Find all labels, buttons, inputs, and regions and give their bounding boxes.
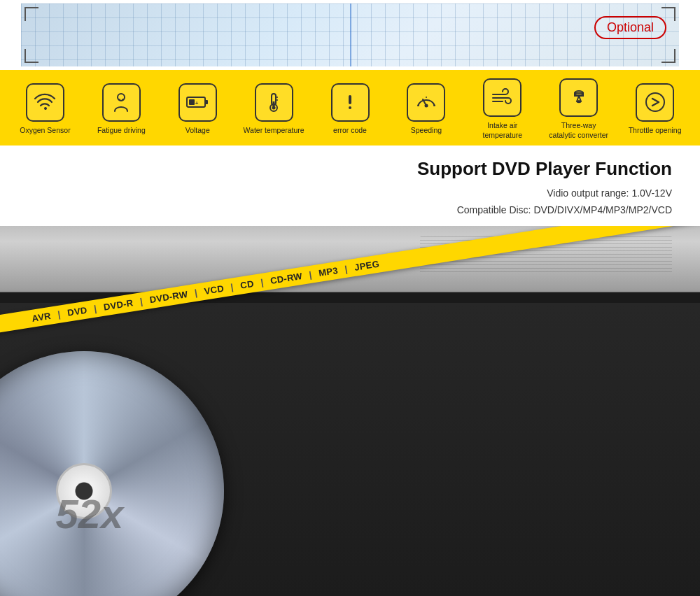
sep7: | (308, 269, 312, 280)
svg-point-8 (272, 106, 276, 110)
corner-bracket-bl (24, 49, 38, 63)
format-dvdrw: DVD-RW (149, 289, 189, 305)
sep2: | (93, 303, 97, 313)
icon-label-intake-air: Intake airtemperature (482, 121, 522, 140)
icon-label-throttle: Throttle opening (629, 126, 682, 136)
icon-label-error-code: error code (333, 126, 367, 136)
svg-rect-3 (189, 99, 195, 105)
icon-item-three-way: Three-waycatalytic converter (540, 78, 617, 140)
optional-badge: Optional (594, 16, 666, 39)
icon-box-water-temp (255, 83, 293, 122)
icon-item-fatigue: Fatigue driving (83, 83, 160, 136)
video-output-text: Vidio output range: 1.0V-12V (547, 187, 672, 199)
sep3: | (139, 296, 144, 306)
main-layout: Optional Oxygen Sensor (0, 0, 700, 596)
wind-icon (491, 86, 514, 110)
exclamation-icon (338, 90, 362, 114)
top-section: Optional (0, 0, 700, 70)
battery-icon: + (186, 90, 209, 114)
corner-bracket-tr (662, 7, 676, 21)
format-dvd: DVD (66, 304, 88, 318)
person-icon (109, 90, 133, 114)
sep5: | (230, 281, 234, 292)
format-cd: CD (239, 278, 254, 291)
svg-point-20 (578, 100, 580, 103)
format-cdrw: CD-RW (270, 271, 303, 286)
dvd-title: Support DVD Player Function (28, 158, 672, 180)
icon-label-voltage: Voltage (186, 126, 210, 136)
thermometer-icon (262, 90, 286, 114)
icon-box-voltage: + (178, 83, 217, 122)
icon-label-three-way: Three-waycatalytic converter (549, 121, 608, 140)
icon-item-water-temp: Water temperature (236, 83, 312, 136)
icon-item-throttle: Throttle opening (617, 83, 693, 136)
icon-box-intake-air (483, 78, 522, 117)
icon-label-water-temp: Water temperature (244, 126, 304, 136)
corner-bracket-br (662, 49, 676, 63)
icon-item-voltage: + Voltage (160, 83, 236, 136)
svg-point-21 (646, 93, 664, 111)
svg-text:+: + (195, 100, 199, 106)
format-dvdr: DVD-R (103, 297, 134, 312)
filter-icon (567, 86, 591, 110)
icon-bar: Oxygen Sensor Fatigue driving (0, 70, 700, 146)
icon-box-three-way (559, 78, 598, 117)
dvd-photo-area: AVR | DVD | DVD-R | DVD-RW | VCD | CD | … (0, 226, 700, 596)
icon-box-throttle (636, 83, 674, 122)
icon-bar-inner: Oxygen Sensor Fatigue driving (0, 70, 700, 146)
icon-box-speeding (407, 83, 445, 122)
format-vcd: VCD (204, 283, 225, 297)
compatible-disc-text: Compatible Disc: DVD/DIVX/MP4/MP3/MP2/VC… (457, 204, 672, 215)
format-avr: AVR (31, 311, 51, 324)
dvd-subtitle: Vidio output range: 1.0V-12V Compatible … (28, 185, 672, 219)
format-jpeg: JPEG (354, 258, 380, 272)
sep8: | (344, 264, 348, 274)
corner-bracket-tl (24, 7, 38, 21)
vertical-line (350, 3, 351, 66)
wifi-icon (33, 90, 57, 114)
throttle-icon (643, 90, 667, 114)
sep1: | (57, 308, 61, 319)
icon-box-fatigue (102, 83, 141, 122)
gauge-icon (414, 90, 438, 114)
icon-item-error-code: error code (312, 83, 388, 136)
format-mp3: MP3 (318, 265, 339, 278)
icon-label-oxygen: Oxygen Sensor (20, 126, 70, 136)
blueprint-background: Optional (21, 3, 679, 66)
icon-label-speeding: Speeding (411, 126, 442, 136)
svg-point-14 (424, 104, 428, 108)
icon-item-speeding: Speeding (388, 83, 464, 136)
sep6: | (260, 277, 264, 288)
icon-item-oxygen-sensor: Oxygen Sensor (7, 83, 83, 136)
icon-item-intake-air: Intake airtemperature (464, 78, 540, 140)
icon-box-error-code (331, 83, 370, 122)
icon-box-oxygen-sensor (26, 83, 64, 122)
svg-rect-12 (349, 106, 351, 109)
sep4: | (194, 288, 198, 298)
disc-52x-text: 52x (56, 490, 124, 537)
svg-rect-11 (349, 95, 351, 104)
svg-rect-2 (205, 100, 208, 104)
dvd-info-area: Support DVD Player Function Vidio output… (0, 146, 700, 226)
icon-label-fatigue: Fatigue driving (97, 126, 146, 136)
